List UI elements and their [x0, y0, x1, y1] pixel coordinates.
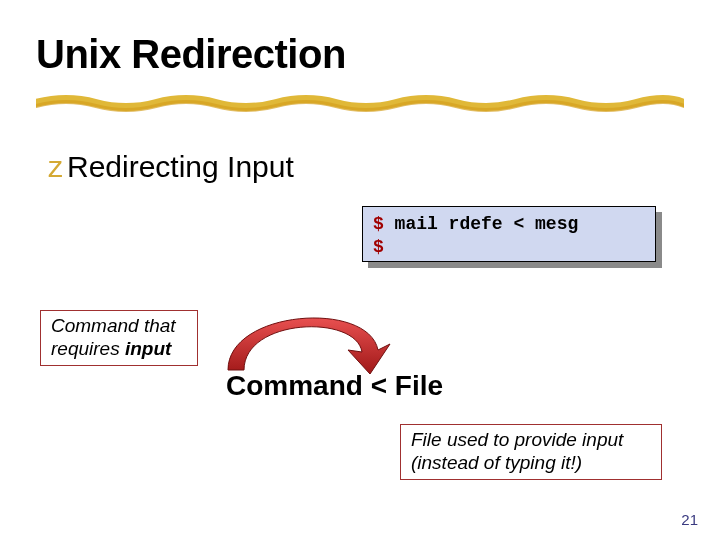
prompt-2: $	[373, 237, 384, 257]
annotation-command-line2: requires input	[51, 338, 187, 361]
annotation-command-em: input	[125, 338, 171, 359]
annotation-command: Command that requires input	[40, 310, 198, 366]
page-number: 21	[681, 511, 698, 528]
annotation-command-line1: Command that	[51, 315, 187, 338]
code-box: $ mail rdefe < mesg $	[362, 206, 656, 262]
annotation-file: File used to provide input (instead of t…	[400, 424, 662, 480]
slide-title: Unix Redirection	[36, 32, 346, 77]
annotation-file-line1: File used to provide input	[411, 429, 651, 452]
annotation-command-pre: requires	[51, 338, 125, 359]
bullet-text: Redirecting Input	[67, 150, 294, 184]
annotation-file-line2: (instead of typing it!)	[411, 452, 651, 475]
arrow-icon	[198, 300, 398, 380]
code-example: $ mail rdefe < mesg $	[362, 206, 656, 262]
prompt-1: $	[373, 214, 384, 234]
bullet-icon: z	[48, 152, 63, 182]
bullet-item: z Redirecting Input	[48, 150, 294, 184]
syntax-expression: Command < File	[226, 370, 443, 402]
title-underline	[36, 92, 684, 114]
code-line-1: mail rdefe < mesg	[384, 214, 578, 234]
